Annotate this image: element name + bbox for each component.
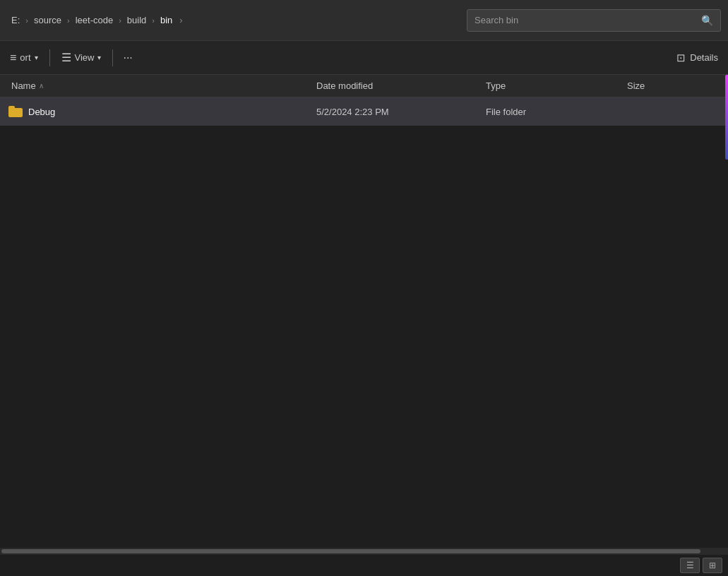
breadcrumb-bin[interactable]: bin — [156, 12, 177, 28]
col-header-name[interactable]: Name ∧ — [0, 80, 311, 91]
col-header-date[interactable]: Date modified — [311, 80, 480, 91]
sort-button[interactable]: ≡ ort ▾ — [3, 48, 45, 68]
col-sort-arrow-icon: ∧ — [39, 82, 44, 90]
file-list: Debug 5/2/2024 2:23 PM File folder — [0, 97, 728, 548]
details-button[interactable]: ⊡ Details — [669, 48, 725, 68]
breadcrumb-leet-code[interactable]: leet-code — [71, 12, 117, 28]
bottom-bar: ☰ ⊞ — [0, 555, 728, 576]
toolbar-separator — [49, 49, 50, 66]
breadcrumb-source[interactable]: source — [30, 12, 66, 28]
file-name-cell: Debug — [0, 106, 311, 117]
folder-icon — [8, 106, 23, 117]
grid-view-button[interactable]: ⊞ — [703, 558, 722, 573]
list-view-icon: ☰ — [686, 560, 694, 570]
search-input[interactable] — [475, 15, 696, 25]
chevron-icon-2: › — [117, 16, 123, 25]
toolbar-bar: ≡ ort ▾ ☰ View ▾ ··· ⊡ Details — [0, 41, 728, 75]
sort-arrow-icon: ▾ — [35, 54, 38, 61]
search-box[interactable]: 🔍 — [467, 9, 721, 32]
details-icon: ⊡ — [676, 52, 686, 64]
breadcrumb-bar: E: › source › leet-code › build › bin › … — [0, 0, 728, 41]
chevron-icon-3: › — [150, 16, 156, 25]
more-options-button[interactable]: ··· — [117, 48, 138, 68]
view-button[interactable]: ☰ View ▾ — [54, 47, 109, 68]
col-header-size[interactable]: Size — [621, 80, 728, 91]
main-content: Name ∧ Date modified Type Size Debug 5/2… — [0, 75, 728, 548]
toolbar-separator-2 — [112, 49, 113, 66]
chevron-icon-0: › — [24, 16, 30, 25]
sort-icon: ≡ — [10, 52, 16, 64]
accent-bar — [725, 75, 728, 160]
view-icon: ☰ — [61, 51, 71, 64]
view-arrow-icon: ▾ — [97, 54, 101, 61]
file-type-cell: File folder — [480, 107, 621, 117]
expand-arrow-icon: › — [177, 12, 185, 28]
column-header: Name ∧ Date modified Type Size — [0, 75, 728, 97]
col-header-type[interactable]: Type — [480, 80, 621, 91]
horizontal-scrollbar[interactable] — [0, 548, 728, 555]
list-view-button[interactable]: ☰ — [680, 558, 700, 573]
scrollbar-thumb[interactable] — [1, 549, 700, 553]
search-icon: 🔍 — [701, 15, 713, 26]
breadcrumb-drive[interactable]: E: — [7, 12, 24, 28]
chevron-icon-1: › — [66, 16, 71, 25]
table-row[interactable]: Debug 5/2/2024 2:23 PM File folder — [0, 97, 728, 126]
file-date-cell: 5/2/2024 2:23 PM — [311, 107, 480, 117]
grid-view-icon: ⊞ — [709, 560, 716, 570]
breadcrumb-build[interactable]: build — [123, 12, 150, 28]
